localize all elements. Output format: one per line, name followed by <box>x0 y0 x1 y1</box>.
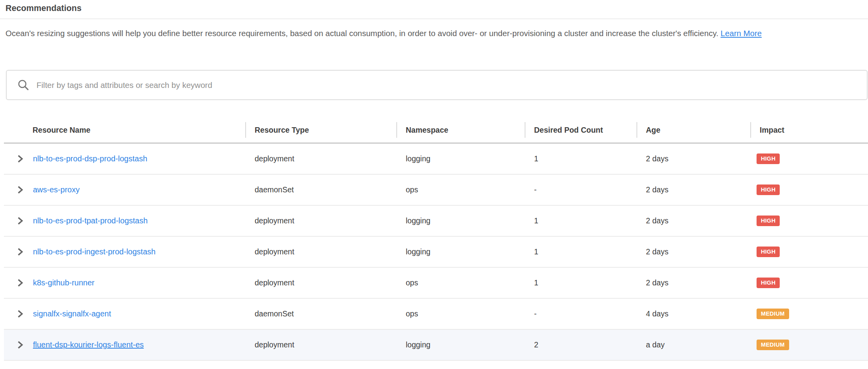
impact-badge: HIGH <box>757 153 780 164</box>
expand-chevron-icon[interactable] <box>17 279 24 287</box>
impact-cell: HIGH <box>750 278 868 288</box>
table-row[interactable]: nlb-to-es-prod-ingest-prod-logstash depl… <box>4 237 868 268</box>
impact-badge: HIGH <box>757 278 780 288</box>
description-text: Ocean's resizing suggestions will help y… <box>5 29 718 38</box>
age-cell: 4 days <box>636 309 750 318</box>
resource-type-cell: deployment <box>245 154 396 163</box>
pod-count-cell: - <box>525 309 636 318</box>
impact-cell: HIGH <box>750 247 868 257</box>
column-header-namespace: Namespace <box>396 117 525 142</box>
namespace-cell: ops <box>396 278 525 287</box>
age-cell: 2 days <box>636 154 750 163</box>
expand-chevron-icon[interactable] <box>17 310 24 318</box>
pod-count-cell: 1 <box>525 154 636 163</box>
resource-name-cell: nlb-to-es-prod-dsp-prod-logstash <box>4 154 245 163</box>
namespace-cell: ops <box>396 309 525 318</box>
search-bar[interactable] <box>6 70 868 100</box>
impact-cell: HIGH <box>750 184 868 195</box>
expand-chevron-icon[interactable] <box>17 155 24 163</box>
resource-name-link[interactable]: nlb-to-es-prod-tpat-prod-logstash <box>33 216 148 225</box>
column-header-desired-pod-count: Desired Pod Count <box>525 117 636 142</box>
resource-type-cell: deployment <box>245 247 396 256</box>
namespace-cell: logging <box>396 340 525 349</box>
expand-chevron-icon[interactable] <box>17 186 24 194</box>
resource-name-cell: k8s-github-runner <box>4 278 245 287</box>
impact-cell: MEDIUM <box>750 309 868 319</box>
namespace-cell: logging <box>396 154 525 163</box>
resource-name-link[interactable]: aws-es-proxy <box>33 185 80 194</box>
impact-cell: HIGH <box>750 153 868 164</box>
resource-type-cell: deployment <box>245 340 396 349</box>
resource-name-cell: signalfx-signalfx-agent <box>4 309 245 318</box>
resource-name-link[interactable]: nlb-to-es-prod-dsp-prod-logstash <box>33 154 147 163</box>
age-cell: 2 days <box>636 185 750 194</box>
namespace-cell: logging <box>396 247 525 256</box>
table-row[interactable]: nlb-to-es-prod-dsp-prod-logstash deploym… <box>4 144 868 175</box>
pod-count-cell: 1 <box>525 278 636 287</box>
impact-badge: HIGH <box>757 247 780 257</box>
impact-cell: MEDIUM <box>750 340 868 350</box>
resource-name-link[interactable]: fluent-dsp-kourier-logs-fluent-es <box>33 340 144 349</box>
age-cell: 2 days <box>636 216 750 225</box>
impact-badge: HIGH <box>757 184 780 195</box>
impact-badge: MEDIUM <box>757 340 789 350</box>
column-header-impact: Impact <box>750 117 868 142</box>
page-description: Ocean's resizing suggestions will help y… <box>5 28 771 38</box>
resource-type-cell: daemonSet <box>245 309 396 318</box>
table-row[interactable]: aws-es-proxy daemonSet ops - 2 days HIGH <box>4 175 868 206</box>
search-icon <box>17 79 29 91</box>
expand-chevron-icon[interactable] <box>17 248 24 256</box>
table-row[interactable]: signalfx-signalfx-agent daemonSet ops - … <box>4 299 868 330</box>
resource-name-cell: nlb-to-es-prod-ingest-prod-logstash <box>4 247 245 256</box>
resource-type-cell: daemonSet <box>245 185 396 194</box>
table-row[interactable]: fluent-dsp-kourier-logs-fluent-es deploy… <box>4 330 868 361</box>
namespace-cell: logging <box>396 216 525 225</box>
age-cell: 2 days <box>636 278 750 287</box>
recommendations-table: Resource Name Resource Type Namespace De… <box>4 100 868 361</box>
resource-name-link[interactable]: signalfx-signalfx-agent <box>33 309 111 318</box>
resource-type-cell: deployment <box>245 278 396 287</box>
expand-chevron-icon[interactable] <box>17 341 24 349</box>
pod-count-cell: 2 <box>525 340 636 349</box>
impact-badge: MEDIUM <box>757 309 789 319</box>
table-header-row: Resource Name Resource Type Namespace De… <box>4 100 868 144</box>
column-header-resource-type: Resource Type <box>245 117 396 142</box>
table-body: nlb-to-es-prod-dsp-prod-logstash deploym… <box>4 144 868 361</box>
pod-count-cell: 1 <box>525 247 636 256</box>
expand-chevron-icon[interactable] <box>17 217 24 225</box>
recommendations-page: Recommendations Ocean's resizing suggest… <box>0 0 868 369</box>
learn-more-link[interactable]: Learn More <box>720 29 762 38</box>
impact-cell: HIGH <box>750 216 868 226</box>
table-row[interactable]: nlb-to-es-prod-tpat-prod-logstash deploy… <box>4 206 868 237</box>
resource-type-cell: deployment <box>245 216 396 225</box>
impact-badge: HIGH <box>757 216 780 226</box>
column-header-age: Age <box>636 117 750 142</box>
page-header: Recommendations <box>0 0 868 19</box>
age-cell: a day <box>636 340 750 349</box>
pod-count-cell: 1 <box>525 216 636 225</box>
search-input[interactable] <box>36 80 859 90</box>
column-header-resource-name: Resource Name <box>4 117 245 142</box>
page-title: Recommendations <box>5 4 863 13</box>
resource-name-cell: fluent-dsp-kourier-logs-fluent-es <box>4 340 245 349</box>
age-cell: 2 days <box>636 247 750 256</box>
pod-count-cell: - <box>525 185 636 194</box>
table-row[interactable]: k8s-github-runner deployment ops 1 2 day… <box>4 268 868 299</box>
namespace-cell: ops <box>396 185 525 194</box>
resource-name-link[interactable]: nlb-to-es-prod-ingest-prod-logstash <box>33 247 155 256</box>
resource-name-cell: nlb-to-es-prod-tpat-prod-logstash <box>4 216 245 225</box>
resource-name-cell: aws-es-proxy <box>4 185 245 194</box>
resource-name-link[interactable]: k8s-github-runner <box>33 278 95 287</box>
